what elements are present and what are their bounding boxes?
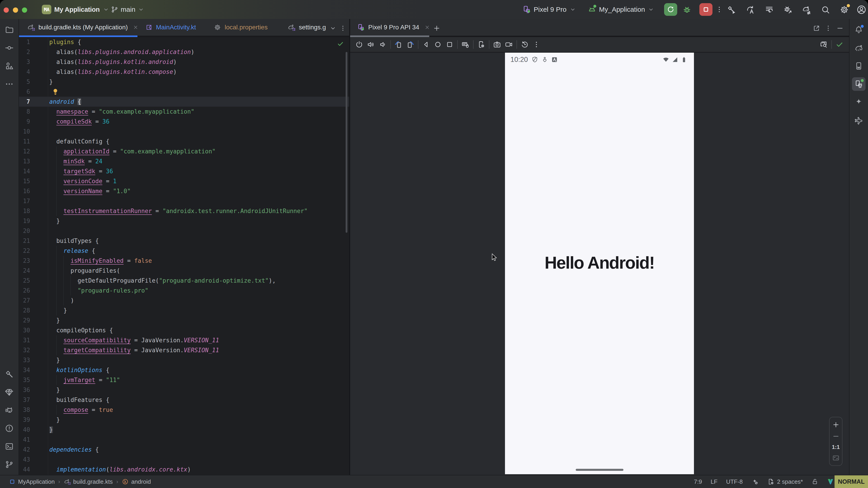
code-line-43[interactable]: 43 [19, 455, 349, 464]
emulator-screen[interactable]: 10:20 Hello Android! [505, 53, 694, 474]
screen-record-icon[interactable] [503, 39, 515, 50]
back-icon[interactable] [420, 39, 432, 50]
code-line-32[interactable]: 32 targetCompatibility = JavaVersion.VER… [19, 345, 349, 355]
code-line-37[interactable]: 37 buildFeatures { [19, 395, 349, 405]
editor-scrollbar[interactable] [346, 52, 347, 233]
device-selector[interactable]: Pixel 9 Pro [522, 4, 576, 15]
terminal-icon[interactable] [2, 440, 16, 453]
running-devices-icon[interactable] [852, 77, 866, 91]
code-line-44[interactable]: 44 implementation(libs.androidx.core.ktx… [19, 464, 349, 475]
rotate-right-icon[interactable] [404, 39, 416, 50]
macos-close-button[interactable] [4, 7, 9, 13]
apply-changes-button[interactable] [746, 5, 755, 14]
project-icon[interactable] [2, 23, 16, 37]
gemini-icon[interactable] [2, 403, 16, 417]
intention-lightbulb-icon[interactable] [51, 88, 59, 96]
code-line-13[interactable]: 13 minSdk = 24 [19, 156, 349, 166]
tab-pixel-9-pro-api-34[interactable]: Pixel 9 Pro API 34 [350, 19, 429, 36]
breadcrumb-module[interactable]: MyApplication [9, 478, 55, 485]
stop-button[interactable] [700, 3, 712, 16]
overview-icon[interactable] [444, 39, 456, 50]
rotate-left-icon[interactable] [393, 39, 404, 50]
code-line-10[interactable]: 10 [19, 127, 349, 136]
attach-debugger-button[interactable] [783, 5, 793, 14]
code-line-42[interactable]: 42dependencies { [19, 445, 349, 455]
code-editor[interactable]: 1plugins {2 alias(libs.plugins.android.a… [19, 37, 349, 475]
code-line-9[interactable]: 9 compileSdk = 36 [19, 117, 349, 127]
code-line-22[interactable]: 22 release { [19, 246, 349, 256]
tab-local-properties[interactable]: local.properties [201, 19, 279, 36]
reset-icon[interactable] [519, 39, 530, 50]
power-icon[interactable] [353, 39, 365, 50]
file-encoding[interactable]: UTF-8 [726, 478, 743, 485]
zoom-in-button[interactable] [832, 421, 840, 429]
code-line-27[interactable]: 27 ) [19, 295, 349, 305]
code-line-39[interactable]: 39 } [19, 415, 349, 425]
open-in-new-window-button[interactable] [812, 24, 821, 33]
line-separator[interactable]: LF [711, 478, 717, 485]
code-line-7[interactable]: 7android { [19, 97, 349, 107]
code-line-18[interactable]: 18 testInstrumentationRunner = "androidx… [19, 206, 349, 216]
code-line-16[interactable]: 16 versionName = "1.0" [19, 186, 349, 196]
more-icon[interactable] [530, 39, 542, 50]
code-line-21[interactable]: 21 buildTypes { [19, 236, 349, 246]
gesture-navigation-bar[interactable] [576, 469, 623, 471]
notifications-icon[interactable] [852, 23, 866, 37]
search-everywhere-button[interactable] [821, 5, 830, 14]
gemini-sparkle-icon[interactable] [852, 95, 866, 109]
code-line-6[interactable]: 6 [19, 87, 349, 97]
code-line-1[interactable]: 1plugins { [19, 37, 349, 47]
code-line-19[interactable]: 19 } [19, 216, 349, 226]
app-quality-insights-icon[interactable] [2, 385, 16, 399]
code-line-17[interactable]: 17 [19, 196, 349, 206]
code-line-28[interactable]: 28 } [19, 305, 349, 315]
code-line-23[interactable]: 23 isMinifyEnabled = false [19, 256, 349, 266]
code-line-4[interactable]: 4 alias(libs.plugins.kotlin.compose) [19, 67, 349, 77]
panel-options-kebab-button[interactable] [824, 24, 833, 33]
code-line-2[interactable]: 2 alias(libs.plugins.android.application… [19, 47, 349, 57]
settings-button[interactable] [839, 5, 849, 14]
volume-up-icon[interactable] [365, 39, 377, 50]
indent-setting[interactable]: 2 spaces* [767, 478, 803, 485]
caret-position[interactable]: 7:9 [694, 478, 702, 485]
code-line-3[interactable]: 3 alias(libs.plugins.kotlin.android) [19, 57, 349, 67]
tab-mainactivity-kt[interactable]: MainActivity.kt [137, 19, 201, 36]
hidden-tabs-chevron-button[interactable] [328, 24, 338, 33]
screenshot-icon[interactable] [491, 39, 503, 50]
vcs-branch-widget[interactable]: main [111, 4, 145, 15]
tab-settings-gradle[interactable]: settings.g [279, 19, 327, 36]
rerun-button[interactable] [664, 3, 677, 16]
vim-mode-badge[interactable]: NORMAL [835, 475, 868, 488]
code-line-15[interactable]: 15 versionCode = 1 [19, 176, 349, 186]
problems-icon[interactable] [2, 422, 16, 435]
gradle-sync-button[interactable] [802, 5, 811, 14]
code-line-33[interactable]: 33 } [19, 355, 349, 365]
tab-build-gradle-kts[interactable]: build.gradle.kts (My Application) [19, 19, 137, 36]
tab-close-button[interactable] [133, 24, 137, 30]
code-line-41[interactable]: 41 [19, 435, 349, 445]
code-line-5[interactable]: 5} [19, 77, 349, 87]
ui-check-icon[interactable] [818, 39, 830, 50]
hardware-input-icon[interactable] [460, 39, 471, 50]
code-line-40[interactable]: 40} [19, 425, 349, 435]
code-line-26[interactable]: 26 "proguard-rules.pro" [19, 286, 349, 295]
editor-options-kebab-button[interactable] [338, 24, 348, 33]
hide-panel-button[interactable] [835, 24, 845, 33]
code-line-30[interactable]: 30 compileOptions { [19, 325, 349, 335]
code-line-24[interactable]: 24 proguardFiles( [19, 266, 349, 275]
ideavim-icon[interactable] [827, 478, 834, 485]
code-line-29[interactable]: 29 } [19, 315, 349, 325]
add-device-tab-button[interactable] [432, 24, 441, 33]
assistant-plane-icon[interactable] [852, 113, 866, 127]
gradle-icon[interactable] [852, 41, 866, 55]
zoom-fit-button[interactable] [832, 454, 840, 462]
code-line-38[interactable]: 38 compose = true [19, 405, 349, 415]
macos-minimize-button[interactable] [13, 7, 18, 13]
version-control-icon[interactable] [2, 458, 16, 471]
profile-avatar-button[interactable] [856, 4, 867, 15]
ai-completion-status-icon[interactable] [751, 478, 758, 485]
zoom-out-button[interactable] [832, 432, 840, 440]
more-tools-icon[interactable] [2, 77, 16, 91]
device-settings-icon[interactable] [475, 39, 487, 50]
code-line-11[interactable]: 11 defaultConfig { [19, 136, 349, 147]
